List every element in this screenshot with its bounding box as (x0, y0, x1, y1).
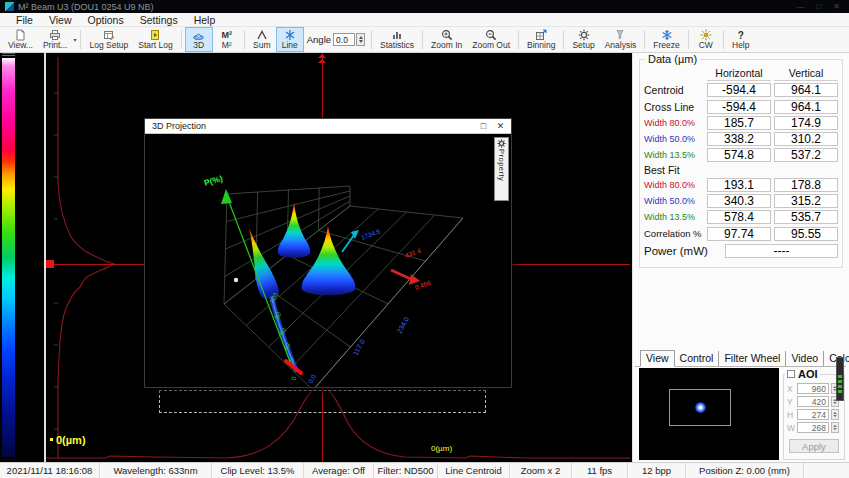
window-title: M² Beam U3 (DOU1 0254 U9 NB) (18, 2, 792, 12)
freeze-button[interactable]: Freeze (648, 27, 684, 52)
fit-width50-h: 340.3 (707, 194, 771, 208)
menu-settings[interactable]: Settings (132, 13, 186, 27)
centroid-v: 964.1 (774, 83, 838, 97)
start-log-button[interactable]: Start Log (133, 27, 178, 52)
menu-help[interactable]: Help (186, 13, 224, 27)
wall-projection-profile (239, 225, 280, 301)
aoi-label: AOI (798, 368, 818, 380)
minimize-icon[interactable]: — (796, 0, 804, 13)
angle-input[interactable] (333, 33, 355, 46)
x-axis-tick-label: 117.0 (352, 338, 366, 356)
aoi-region-outline[interactable] (159, 390, 486, 413)
line-button[interactable]: Line (276, 27, 304, 52)
gain-slider[interactable] (836, 357, 844, 401)
aoi-w-input[interactable] (797, 422, 829, 433)
beam-display-area[interactable]: 0(µm) 0(µm) 3D Projection □ ✕ (0, 53, 632, 462)
axis-origin-marker (50, 438, 53, 441)
table-row: Width 50.0% 340.3 315.2 (640, 193, 842, 209)
zoom-out-button[interactable]: Zoom Out (467, 27, 515, 52)
app-icon (5, 2, 14, 11)
angle-spinner[interactable] (356, 33, 365, 46)
toolbar-separator (371, 30, 372, 49)
table-row: Width 80.0% 185.7 174.9 (640, 115, 842, 131)
tab-video[interactable]: Video (786, 351, 824, 366)
svg-text:0: 0 (290, 375, 298, 382)
help-button[interactable]: ? Help (727, 27, 755, 52)
3d-button[interactable]: 3D (185, 27, 213, 52)
crosshair-left-marker (46, 260, 54, 268)
projection-titlebar[interactable]: 3D Projection □ ✕ (145, 119, 511, 134)
y-axis-tick-label: 1734.5 (360, 227, 381, 241)
view-button[interactable]: View... (3, 27, 38, 52)
aoi-field-h: H (784, 408, 844, 421)
panel-tabstrip: View Control Filter Wheel Video Calculat… (635, 350, 846, 367)
table-row: Best Fit (640, 163, 842, 177)
toolbar-separator (688, 30, 689, 49)
projection-close-icon[interactable]: ✕ (492, 119, 509, 133)
floor-grid (224, 206, 463, 387)
statistics-button[interactable]: Statistics (375, 27, 419, 52)
angle-control: Angle (304, 27, 368, 52)
aoi-h-spinner[interactable] (831, 409, 839, 420)
menu-view[interactable]: View (41, 13, 80, 27)
toolbar-separator (723, 30, 724, 49)
cw-button[interactable]: CW (692, 27, 720, 52)
maximize-icon[interactable]: □ (816, 0, 821, 13)
zoom-in-button[interactable]: Zoom In (426, 27, 467, 52)
beam-preview[interactable] (639, 368, 779, 460)
aoi-h-input[interactable] (797, 409, 829, 420)
table-row: Width 80.0% 193.1 178.8 (640, 177, 842, 193)
p-axis-label: P(%) (203, 173, 224, 188)
status-average: Average: Off (304, 463, 374, 478)
binning-button[interactable]: Binning (522, 27, 560, 52)
status-bpp: 12 bpp (628, 463, 686, 478)
aoi-y-input[interactable] (797, 396, 829, 407)
fit-width50-v: 315.2 (774, 194, 838, 208)
print-dropdown-icon[interactable]: ▾ (72, 36, 77, 43)
toolbar-separator (244, 30, 245, 49)
crosshair-top-tick (318, 59, 326, 63)
fit-width135-v: 535.7 (774, 210, 838, 224)
close-icon[interactable]: ✕ (833, 0, 840, 13)
centroid-h: -594.4 (707, 83, 771, 97)
status-clip-level: Clip Level: 13.5% (212, 463, 304, 478)
property-tab-label: Property (497, 149, 506, 181)
log-setup-button[interactable]: Log Setup (84, 27, 133, 52)
projection-canvas[interactable]: P(%) 100 80 60 40 20 0 0.0 173 (145, 134, 511, 387)
print-button[interactable]: Print... (38, 27, 73, 52)
property-tab[interactable]: Property (494, 137, 509, 201)
analysis-button[interactable]: Analysis (600, 27, 642, 52)
menu-file[interactable]: File (8, 13, 41, 27)
status-position-z: Position Z: 0.00 (mm) (686, 463, 804, 478)
results-panel: Data (µm) Horizontal Vertical Centroid -… (632, 53, 849, 462)
floor-front-edge (313, 218, 463, 387)
width50-v: 310.2 (774, 132, 838, 146)
projection-maximize-icon[interactable]: □ (475, 119, 492, 133)
table-row: Correlation % 97.74 95.55 (640, 225, 842, 242)
tab-filter-wheel[interactable]: Filter Wheel (719, 351, 786, 366)
sum-button[interactable]: Sum (248, 27, 276, 52)
fit-width80-h: 193.1 (707, 178, 771, 192)
beam-peak-secondary (278, 202, 311, 258)
tab-view[interactable]: View (640, 350, 675, 367)
table-row: Width 50.0% 338.2 310.2 (640, 131, 842, 147)
menu-options[interactable]: Options (80, 13, 132, 27)
aoi-checkbox[interactable] (787, 370, 795, 378)
status-filter: Filter: ND500 (374, 463, 438, 478)
status-wavelength: Wavelength: 633nm (100, 463, 212, 478)
data-groupbox: Data (µm) Horizontal Vertical Centroid -… (639, 59, 843, 268)
apply-button[interactable]: Apply (789, 439, 839, 453)
m-squared-button[interactable]: M² M² (213, 27, 241, 52)
fit-width80-v: 178.8 (774, 178, 838, 192)
setup-button[interactable]: Setup (567, 27, 599, 52)
aoi-x-input[interactable] (797, 383, 829, 394)
table-row: Centroid -594.4 964.1 (640, 81, 842, 98)
toolbar-separator (644, 30, 645, 49)
aoi-field-w: W (784, 421, 844, 434)
correlation-v: 95.55 (774, 227, 838, 241)
projection-window: 3D Projection □ ✕ (144, 118, 512, 388)
aoi-w-spinner[interactable] (831, 422, 839, 433)
data-group-title: Data (µm) (645, 53, 700, 65)
tab-control[interactable]: Control (675, 351, 720, 366)
status-datetime: 2021/11/11 18:16:08 (0, 463, 100, 478)
